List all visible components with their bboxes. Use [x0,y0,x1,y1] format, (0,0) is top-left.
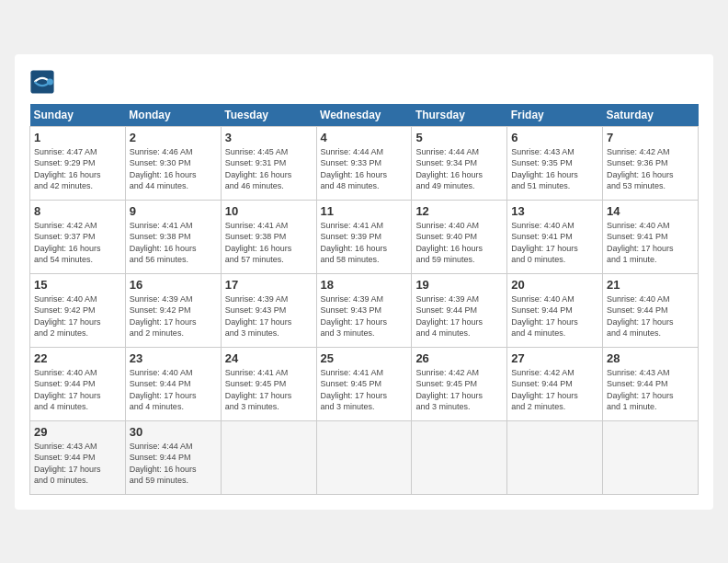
calendar-cell: 3Sunrise: 4:45 AM Sunset: 9:31 PM Daylig… [221,126,316,200]
day-number: 21 [607,278,694,292]
calendar-cell: 11Sunrise: 4:41 AM Sunset: 9:39 PM Dayli… [316,200,412,273]
day-info: Sunrise: 4:44 AM Sunset: 9:34 PM Dayligh… [415,146,503,192]
calendar-cell: 28Sunrise: 4:43 AM Sunset: 9:44 PM Dayli… [603,347,699,420]
day-info: Sunrise: 4:40 AM Sunset: 9:42 PM Dayligh… [34,293,121,339]
weekday-header-thursday: Thursday [412,104,507,127]
day-info: Sunrise: 4:47 AM Sunset: 9:29 PM Dayligh… [34,146,121,192]
calendar-cell: 27Sunrise: 4:42 AM Sunset: 9:44 PM Dayli… [507,347,603,420]
day-info: Sunrise: 4:44 AM Sunset: 9:44 PM Dayligh… [130,441,217,487]
day-number: 20 [511,278,598,292]
day-number: 24 [225,351,313,365]
day-number: 30 [130,425,217,439]
calendar-cell: 16Sunrise: 4:39 AM Sunset: 9:42 PM Dayli… [125,273,221,347]
day-number: 17 [225,278,313,292]
weekday-header-sunday: Sunday [30,104,126,127]
day-number: 16 [130,278,217,292]
day-info: Sunrise: 4:39 AM Sunset: 9:43 PM Dayligh… [321,293,408,339]
calendar-cell [412,420,507,494]
day-info: Sunrise: 4:40 AM Sunset: 9:44 PM Dayligh… [607,293,694,339]
calendar-cell: 8Sunrise: 4:42 AM Sunset: 9:37 PM Daylig… [30,200,126,273]
day-info: Sunrise: 4:44 AM Sunset: 9:33 PM Dayligh… [321,146,408,192]
day-number: 18 [321,278,408,292]
day-info: Sunrise: 4:40 AM Sunset: 9:41 PM Dayligh… [511,220,598,266]
day-number: 10 [225,204,313,218]
calendar-cell: 24Sunrise: 4:41 AM Sunset: 9:45 PM Dayli… [221,347,316,420]
calendar-cell [507,420,603,494]
calendar-cell: 9Sunrise: 4:41 AM Sunset: 9:38 PM Daylig… [125,200,221,273]
weekday-header-saturday: Saturday [603,104,699,127]
calendar-cell [603,420,699,494]
calendar-week-row: 29Sunrise: 4:43 AM Sunset: 9:44 PM Dayli… [30,420,699,494]
calendar-cell: 22Sunrise: 4:40 AM Sunset: 9:44 PM Dayli… [30,347,126,420]
calendar-cell: 15Sunrise: 4:40 AM Sunset: 9:42 PM Dayli… [30,273,126,347]
day-number: 13 [511,204,598,218]
day-number: 12 [415,204,503,218]
weekday-header-wednesday: Wednesday [316,104,412,127]
calendar-cell: 20Sunrise: 4:40 AM Sunset: 9:44 PM Dayli… [507,273,603,347]
day-number: 14 [607,204,694,218]
calendar-cell: 23Sunrise: 4:40 AM Sunset: 9:44 PM Dayli… [125,347,221,420]
day-info: Sunrise: 4:39 AM Sunset: 9:42 PM Dayligh… [130,293,217,339]
weekday-header-row: SundayMondayTuesdayWednesdayThursdayFrid… [30,104,699,127]
day-number: 22 [34,351,121,365]
header-section [29,69,699,95]
day-info: Sunrise: 4:42 AM Sunset: 9:37 PM Dayligh… [34,220,121,266]
day-info: Sunrise: 4:39 AM Sunset: 9:44 PM Dayligh… [415,293,503,339]
svg-point-1 [47,78,53,85]
day-number: 7 [607,131,694,144]
day-number: 27 [511,351,598,365]
calendar-cell: 7Sunrise: 4:42 AM Sunset: 9:36 PM Daylig… [603,126,699,200]
day-info: Sunrise: 4:43 AM Sunset: 9:35 PM Dayligh… [511,146,598,192]
calendar-cell: 25Sunrise: 4:41 AM Sunset: 9:45 PM Dayli… [316,347,412,420]
day-number: 3 [225,131,313,144]
calendar-cell: 1Sunrise: 4:47 AM Sunset: 9:29 PM Daylig… [30,126,126,200]
calendar-header: SundayMondayTuesdayWednesdayThursdayFrid… [30,104,699,127]
calendar-cell: 14Sunrise: 4:40 AM Sunset: 9:41 PM Dayli… [603,200,699,273]
day-info: Sunrise: 4:43 AM Sunset: 9:44 PM Dayligh… [607,367,694,413]
day-number: 9 [130,204,217,218]
calendar-cell: 30Sunrise: 4:44 AM Sunset: 9:44 PM Dayli… [125,420,221,494]
day-number: 23 [130,351,217,365]
day-info: Sunrise: 4:41 AM Sunset: 9:39 PM Dayligh… [321,220,408,266]
calendar-cell: 21Sunrise: 4:40 AM Sunset: 9:44 PM Dayli… [603,273,699,347]
calendar-cell: 2Sunrise: 4:46 AM Sunset: 9:30 PM Daylig… [125,126,221,200]
day-number: 2 [130,131,217,144]
calendar-container: SundayMondayTuesdayWednesdayThursdayFrid… [15,54,713,510]
day-number: 28 [607,351,694,365]
calendar-cell: 18Sunrise: 4:39 AM Sunset: 9:43 PM Dayli… [316,273,412,347]
calendar-cell: 13Sunrise: 4:40 AM Sunset: 9:41 PM Dayli… [507,200,603,273]
calendar-cell [316,420,412,494]
day-info: Sunrise: 4:43 AM Sunset: 9:44 PM Dayligh… [34,441,121,487]
calendar-cell: 26Sunrise: 4:42 AM Sunset: 9:45 PM Dayli… [412,347,507,420]
calendar-cell: 5Sunrise: 4:44 AM Sunset: 9:34 PM Daylig… [412,126,507,200]
day-info: Sunrise: 4:42 AM Sunset: 9:45 PM Dayligh… [415,367,503,413]
logo [29,69,59,95]
day-info: Sunrise: 4:40 AM Sunset: 9:40 PM Dayligh… [415,220,503,266]
day-info: Sunrise: 4:45 AM Sunset: 9:31 PM Dayligh… [225,146,313,192]
day-info: Sunrise: 4:40 AM Sunset: 9:44 PM Dayligh… [511,293,598,339]
calendar-body: 1Sunrise: 4:47 AM Sunset: 9:29 PM Daylig… [30,126,699,494]
day-number: 5 [415,131,503,144]
day-number: 29 [34,425,121,439]
day-info: Sunrise: 4:41 AM Sunset: 9:38 PM Dayligh… [130,220,217,266]
day-info: Sunrise: 4:39 AM Sunset: 9:43 PM Dayligh… [225,293,313,339]
day-number: 26 [415,351,503,365]
day-number: 25 [321,351,408,365]
day-number: 4 [321,131,408,144]
day-number: 11 [321,204,408,218]
calendar-cell: 12Sunrise: 4:40 AM Sunset: 9:40 PM Dayli… [412,200,507,273]
day-info: Sunrise: 4:42 AM Sunset: 9:36 PM Dayligh… [607,146,694,192]
calendar-week-row: 8Sunrise: 4:42 AM Sunset: 9:37 PM Daylig… [30,200,699,273]
calendar-cell: 29Sunrise: 4:43 AM Sunset: 9:44 PM Dayli… [30,420,126,494]
day-info: Sunrise: 4:40 AM Sunset: 9:44 PM Dayligh… [130,367,217,413]
day-info: Sunrise: 4:42 AM Sunset: 9:44 PM Dayligh… [511,367,598,413]
day-number: 19 [415,278,503,292]
weekday-header-friday: Friday [507,104,603,127]
calendar-cell: 10Sunrise: 4:41 AM Sunset: 9:38 PM Dayli… [221,200,316,273]
calendar-week-row: 15Sunrise: 4:40 AM Sunset: 9:42 PM Dayli… [30,273,699,347]
weekday-header-monday: Monday [125,104,221,127]
day-number: 8 [34,204,121,218]
calendar-table: SundayMondayTuesdayWednesdayThursdayFrid… [29,104,699,495]
calendar-cell: 6Sunrise: 4:43 AM Sunset: 9:35 PM Daylig… [507,126,603,200]
day-info: Sunrise: 4:41 AM Sunset: 9:45 PM Dayligh… [225,367,313,413]
